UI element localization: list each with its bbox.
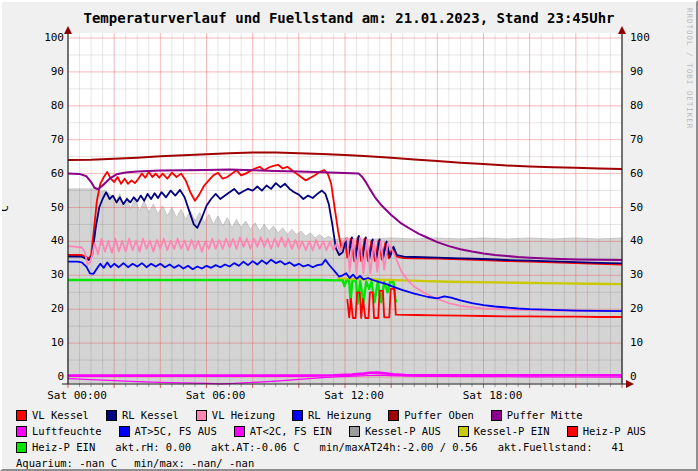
legend-item: Puffer Oben — [388, 409, 474, 421]
y-axis-arrow-left — [64, 26, 72, 34]
legend-swatch — [388, 410, 399, 421]
rrd-graph-window: Temperaturverlauf und Fuellstand am: 21.… — [0, 0, 698, 471]
legend-row: LuftfeuchteAT>5C, FS AUSAT<2C, FS EINKes… — [16, 423, 688, 439]
legend-item: min/maxAT24h:-2.00 / 0.56 — [320, 441, 478, 453]
legend-label: RL Heizung — [308, 409, 371, 421]
legend-swatch — [349, 426, 360, 437]
legend-label: akt.rH: 0.00 — [115, 441, 191, 453]
legend-label: akt.AT:-0.06 C — [211, 441, 300, 453]
legend-item: min/max: -nan/ -nan — [134, 457, 254, 469]
y-tick-label-left: 0 — [34, 371, 64, 383]
y-tick-label-left: 90 — [34, 66, 64, 78]
y-tick-label-right: 80 — [630, 100, 660, 112]
legend-label: Puffer Oben — [404, 409, 474, 421]
legend-item: VL Kessel — [16, 409, 89, 421]
legend-item: AT<2C, FS EIN — [234, 425, 332, 437]
legend-item: Aquarium: -nan C — [16, 457, 117, 469]
legend-item: Luftfeuchte — [16, 425, 102, 437]
legend-item: AT>5C, FS AUS — [119, 425, 217, 437]
legend: VL KesselRL KesselVL HeizungRL HeizungPu… — [16, 407, 688, 471]
x-tick-label: Sat 00:00 — [32, 390, 122, 402]
x-tick-label: Sat 18:00 — [448, 390, 538, 402]
y-tick-label-left: 20 — [34, 303, 64, 315]
legend-swatch — [16, 410, 27, 421]
legend-label: Heiz-P EIN — [32, 441, 95, 453]
legend-swatch — [234, 426, 245, 437]
legend-label: min/max: -nan/ -nan — [134, 457, 254, 469]
y-tick-label-left: 50 — [34, 202, 64, 214]
legend-label: min/maxAT24h:-2.00 / 0.56 — [320, 441, 478, 453]
legend-label: VL Heizung — [212, 409, 275, 421]
legend-label: Puffer Mitte — [507, 409, 583, 421]
legend-item: Heiz-P EIN — [16, 441, 95, 453]
legend-swatch — [458, 426, 469, 437]
y-tick-label-right: 40 — [630, 235, 660, 247]
legend-row: Aquarium: -nan Cmin/max: -nan/ -nan — [16, 455, 688, 471]
y-tick-label-left: 10 — [34, 337, 64, 349]
legend-label: AT<2C, FS EIN — [250, 425, 332, 437]
legend-label: RL Kessel — [122, 409, 179, 421]
legend-swatch — [106, 410, 117, 421]
y-tick-label-left: 30 — [34, 269, 64, 281]
legend-row: Heiz-P EINakt.rH: 0.00akt.AT:-0.06 Cmin/… — [16, 439, 688, 455]
legend-item: Heiz-P AUS — [567, 425, 646, 437]
legend-label: akt.Fuellstand: 41 — [498, 441, 624, 453]
legend-swatch — [16, 442, 27, 453]
legend-label: VL Kessel — [32, 409, 89, 421]
legend-item: Kessel-P AUS — [349, 425, 441, 437]
legend-item: RL Kessel — [106, 409, 179, 421]
y-tick-label-right: 30 — [630, 269, 660, 281]
y-tick-label-right: 50 — [630, 202, 660, 214]
legend-item: Puffer Mitte — [491, 409, 583, 421]
legend-item: akt.AT:-0.06 C — [211, 441, 300, 453]
legend-item: RL Heizung — [292, 409, 371, 421]
legend-label: Luftfeuchte — [32, 425, 102, 437]
legend-item: akt.Fuellstand: 41 — [498, 441, 624, 453]
y-axis-arrow-right — [618, 26, 626, 34]
legend-swatch — [119, 426, 130, 437]
y-tick-label-right: 20 — [630, 303, 660, 315]
legend-item: Kessel-P EIN — [458, 425, 550, 437]
y-tick-label-right: 100 — [630, 32, 660, 44]
legend-label: Kessel-P EIN — [474, 425, 550, 437]
y-tick-label-right: 60 — [630, 168, 660, 180]
y-tick-label-right: 70 — [630, 134, 660, 146]
legend-label: Aquarium: -nan C — [16, 457, 117, 469]
legend-swatch — [567, 426, 578, 437]
y-tick-label-right: 10 — [630, 337, 660, 349]
legend-swatch — [196, 410, 207, 421]
y-tick-label-right: 0 — [630, 371, 660, 383]
y-tick-label-left: 100 — [34, 32, 64, 44]
legend-label: Heiz-P AUS — [583, 425, 646, 437]
legend-item: VL Heizung — [196, 409, 275, 421]
legend-swatch — [16, 426, 27, 437]
y-tick-label-left: 70 — [34, 134, 64, 146]
x-tick-label: Sat 12:00 — [309, 390, 399, 402]
legend-label: Kessel-P AUS — [365, 425, 441, 437]
y-tick-label-left: 80 — [34, 100, 64, 112]
y-tick-label-left: 40 — [34, 235, 64, 247]
legend-swatch — [491, 410, 502, 421]
legend-item: akt.rH: 0.00 — [115, 441, 191, 453]
legend-row: VL KesselRL KesselVL HeizungRL HeizungPu… — [16, 407, 688, 423]
legend-swatch — [292, 410, 303, 421]
legend-label: AT>5C, FS AUS — [135, 425, 217, 437]
y-tick-label-left: 60 — [34, 168, 64, 180]
x-tick-label: Sat 06:00 — [171, 390, 261, 402]
y-tick-label-right: 90 — [630, 66, 660, 78]
